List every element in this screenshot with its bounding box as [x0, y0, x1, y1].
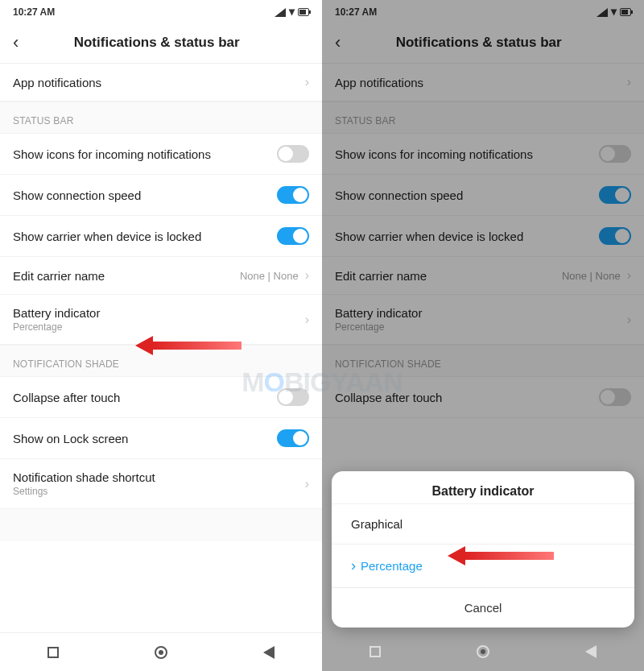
page-title: Notifications & status bar: [326, 35, 631, 51]
toggle-collapse[interactable]: [599, 388, 631, 406]
label: Show on Lock screen: [13, 432, 128, 445]
page-header: ‹ Notifications & status bar: [322, 24, 644, 64]
signal-icon: [275, 8, 286, 17]
toggle-carrier-locked[interactable]: [277, 227, 309, 245]
back-nav-icon[interactable]: [585, 645, 597, 658]
battery-icon: [298, 8, 309, 16]
status-bar: 10:27 AM ▾: [0, 0, 322, 24]
phone-right: 10:27 AM ▾ ‹ Notifications & status bar …: [322, 0, 644, 671]
clock-text: 10:27 AM: [13, 6, 55, 18]
sublabel: Percentage: [335, 321, 422, 333]
chevron-right-icon: ›: [305, 268, 309, 283]
row-collapse-after-touch[interactable]: Collapse after touch: [0, 377, 322, 418]
battery-icon: [620, 8, 631, 16]
label: Show carrier when device is locked: [335, 230, 523, 243]
status-icons: ▾: [275, 6, 309, 19]
label: App notifications: [13, 76, 101, 89]
label: Battery indicator: [335, 306, 422, 320]
row-carrier-locked[interactable]: Show carrier when device is locked: [0, 216, 322, 257]
clock-text: 10:27 AM: [335, 6, 377, 18]
edit-carrier-value: None | None: [562, 270, 621, 282]
option-label: Percentage: [361, 559, 423, 573]
row-edit-carrier[interactable]: Edit carrier name None | None ›: [322, 257, 644, 295]
row-connection-speed[interactable]: Show connection speed: [0, 175, 322, 216]
chevron-right-icon: ›: [627, 268, 631, 283]
sheet-cancel-button[interactable]: Cancel: [332, 587, 634, 628]
row-battery-indicator[interactable]: Battery indicator Percentage ›: [322, 295, 644, 345]
toggle-collapse[interactable]: [277, 388, 309, 406]
row-shade-shortcut[interactable]: Notification shade shortcut Settings ›: [0, 459, 322, 509]
android-navbar: [322, 632, 644, 671]
toggle-show-icons[interactable]: [277, 145, 309, 163]
chevron-right-icon: ›: [305, 75, 309, 89]
phone-left: 10:27 AM ▾ ‹ Notifications & status bar …: [0, 0, 322, 671]
sublabel: Percentage: [13, 321, 100, 333]
annotation-arrow-left: [135, 336, 242, 355]
label: Collapse after touch: [335, 391, 442, 404]
label: Collapse after touch: [13, 391, 120, 404]
status-bar: 10:27 AM ▾: [322, 0, 644, 24]
row-collapse-after-touch[interactable]: Collapse after touch: [322, 377, 644, 418]
row-app-notifications[interactable]: App notifications ›: [322, 64, 644, 101]
chevron-right-icon: ›: [627, 313, 631, 327]
sheet-title: Battery indicator: [332, 471, 634, 503]
chevron-right-icon: ›: [305, 313, 309, 327]
row-edit-carrier[interactable]: Edit carrier name None | None ›: [0, 257, 322, 295]
section-status-bar: STATUS BAR: [322, 101, 644, 134]
page-title: Notifications & status bar: [4, 35, 309, 51]
row-app-notifications[interactable]: App notifications ›: [0, 64, 322, 101]
toggle-connection-speed[interactable]: [277, 186, 309, 204]
toggle-carrier-locked[interactable]: [599, 227, 631, 245]
sheet-option-graphical[interactable]: Graphical: [332, 503, 634, 544]
label: Show connection speed: [335, 188, 463, 202]
status-icons: ▾: [597, 6, 631, 19]
wifi-icon: ▾: [611, 5, 617, 18]
chevron-right-icon: ›: [627, 75, 631, 89]
home-icon[interactable]: [155, 646, 167, 659]
label: Battery indicator: [13, 306, 100, 320]
section-notification-shade: NOTIFICATION SHADE: [322, 345, 644, 377]
row-show-icons[interactable]: Show icons for incoming notifications: [0, 134, 322, 175]
option-label: Graphical: [351, 517, 402, 531]
recents-icon[interactable]: [369, 646, 381, 657]
recents-icon[interactable]: [47, 647, 59, 658]
row-connection-speed[interactable]: Show connection speed: [322, 175, 644, 216]
label: Edit carrier name: [335, 269, 427, 283]
home-icon[interactable]: [477, 645, 489, 658]
chevron-right-icon: ›: [305, 477, 309, 491]
section-status-bar: STATUS BAR: [0, 101, 322, 134]
signal-icon: [597, 8, 608, 17]
label: Edit carrier name: [13, 269, 105, 283]
toggle-show-icons[interactable]: [599, 145, 631, 163]
row-show-icons[interactable]: Show icons for incoming notifications: [322, 134, 644, 175]
sublabel: Settings: [13, 486, 155, 497]
label: Notification shade shortcut: [13, 470, 155, 484]
label: Show connection speed: [13, 188, 141, 202]
label: Show icons for incoming notifications: [13, 147, 211, 161]
toggle-show-on-lock[interactable]: [277, 429, 309, 447]
wifi-icon: ▾: [289, 5, 295, 18]
label: App notifications: [335, 76, 423, 89]
label: Show icons for incoming notifications: [335, 147, 533, 161]
edit-carrier-value: None | None: [240, 270, 299, 282]
annotation-arrow-right: [448, 546, 554, 565]
spacer: [0, 509, 322, 541]
back-nav-icon[interactable]: [263, 646, 275, 659]
page-header: ‹ Notifications & status bar: [0, 24, 322, 64]
android-navbar: [0, 632, 322, 671]
toggle-connection-speed[interactable]: [599, 186, 631, 204]
label: Show carrier when device is locked: [13, 230, 201, 243]
row-show-on-lock[interactable]: Show on Lock screen: [0, 418, 322, 459]
row-carrier-locked[interactable]: Show carrier when device is locked: [322, 216, 644, 257]
